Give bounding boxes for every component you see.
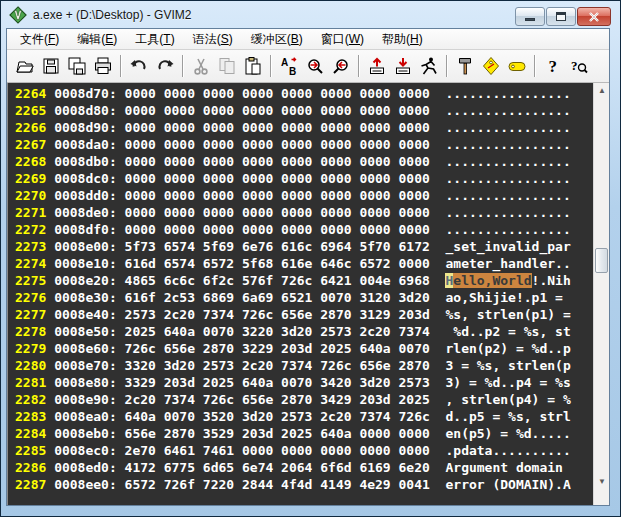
hex-row-2279[interactable]: 2279 0008e60: 726c 656e 2870 3229 203d 2… <box>15 340 593 357</box>
toolbar-separator <box>120 55 122 77</box>
copy-icon <box>217 56 237 76</box>
hex-bytes: 0008e90: 2c20 7374 726c 656e 2870 3429 2… <box>54 392 445 407</box>
ascii-text: ................ <box>445 137 570 152</box>
hex-row-2275[interactable]: 2275 0008e20: 4865 6c6c 6f2c 576f 726c 6… <box>15 272 593 289</box>
find-replace-button[interactable]: AB <box>276 53 302 79</box>
close-button[interactable] <box>577 7 611 26</box>
cut-icon <box>191 56 211 76</box>
find-next-icon <box>305 56 325 76</box>
hex-row-2267[interactable]: 2267 0008da0: 0000 0000 0000 0000 0000 0… <box>15 136 593 153</box>
help-button[interactable]: ? <box>540 53 566 79</box>
hex-row-2281[interactable]: 2281 0008e80: 3329 203d 2025 640a 0070 3… <box>15 374 593 391</box>
scroll-up-arrow-icon[interactable]: ▲ <box>594 83 610 98</box>
save-button[interactable] <box>38 53 64 79</box>
editor-area: 2264 0008d70: 0000 0000 0000 0000 0000 0… <box>7 83 609 505</box>
menu-f[interactable]: 文件(F) <box>11 29 68 50</box>
command-line: search hit BOTTOM, continuing at TOP 227… <box>8 487 593 504</box>
hex-row-2272[interactable]: 2272 0008df0: 0000 0000 0000 0000 0000 0… <box>15 221 593 238</box>
redo-icon <box>155 56 175 76</box>
print-button[interactable] <box>90 53 116 79</box>
line-number: 2277 <box>15 307 54 322</box>
line-number: 2280 <box>15 358 54 373</box>
hex-row-2271[interactable]: 2271 0008de0: 0000 0000 0000 0000 0000 0… <box>15 204 593 221</box>
line-number: 2266 <box>15 120 54 135</box>
hex-row-2264[interactable]: 2264 0008d70: 0000 0000 0000 0000 0000 0… <box>15 85 593 102</box>
open-icon <box>15 56 35 76</box>
make-button[interactable] <box>452 53 478 79</box>
paste-icon <box>243 56 263 76</box>
maximize-button[interactable] <box>546 7 576 26</box>
hex-row-2270[interactable]: 2270 0008dd0: 0000 0000 0000 0000 0000 0… <box>15 187 593 204</box>
hex-bytes: 0008ea0: 640a 0070 3520 3d20 2573 2c20 7… <box>54 409 445 424</box>
paste-button[interactable] <box>240 53 266 79</box>
hex-row-2268[interactable]: 2268 0008db0: 0000 0000 0000 0000 0000 0… <box>15 153 593 170</box>
find-next-button[interactable] <box>302 53 328 79</box>
buffer-window[interactable]: 2264 0008d70: 0000 0000 0000 0000 0000 0… <box>7 83 593 505</box>
minimize-button[interactable] <box>515 7 545 26</box>
load-session-button[interactable] <box>364 53 390 79</box>
ascii-text: 3 = %s, strlen(p <box>445 358 570 373</box>
hex-bytes: 0008e20: 4865 6c6c 6f2c 576f 726c 6421 0… <box>54 273 445 288</box>
menu-s[interactable]: 语法(S) <box>184 29 242 50</box>
hex-bytes: 0008dd0: 0000 0000 0000 0000 0000 0000 0… <box>54 188 445 203</box>
run-script-button[interactable] <box>416 53 442 79</box>
search-match: ello,World <box>453 273 531 288</box>
vertical-scrollbar[interactable]: ▲ ▼ <box>593 83 609 505</box>
menu-b[interactable]: 缓冲区(B) <box>242 29 312 50</box>
hex-bytes: 0008dc0: 0000 0000 0000 0000 0000 0000 0… <box>54 171 445 186</box>
hex-row-2278[interactable]: 2278 0008e50: 2025 640a 0070 3220 3d20 2… <box>15 323 593 340</box>
hex-dump-text[interactable]: 2264 0008d70: 0000 0000 0000 0000 0000 0… <box>8 84 593 487</box>
tag-jump-button[interactable] <box>504 53 530 79</box>
hex-bytes: 0008d80: 0000 0000 0000 0000 0000 0000 0… <box>54 103 445 118</box>
build-tags-button[interactable] <box>478 53 504 79</box>
help-icon: ? <box>543 56 563 76</box>
find-help-button[interactable]: ? <box>566 53 592 79</box>
ascii-text: ................ <box>445 120 570 135</box>
hex-row-2277[interactable]: 2277 0008e40: 2573 2c20 7374 726c 656e 2… <box>15 306 593 323</box>
toolbar-separator <box>446 55 448 77</box>
menu-e[interactable]: 编辑(E) <box>68 29 126 50</box>
menu-w[interactable]: 窗口(W) <box>312 29 373 50</box>
hex-row-2284[interactable]: 2284 0008eb0: 656e 2870 3529 203d 2025 6… <box>15 425 593 442</box>
undo-button[interactable] <box>126 53 152 79</box>
save-all-button[interactable] <box>64 53 90 79</box>
open-button[interactable] <box>12 53 38 79</box>
hex-bytes: 0008e60: 726c 656e 2870 3229 203d 2025 6… <box>54 341 445 356</box>
redo-button[interactable] <box>152 53 178 79</box>
line-number: 2272 <box>15 222 54 237</box>
maximize-icon <box>556 12 566 21</box>
hex-row-2283[interactable]: 2283 0008ea0: 640a 0070 3520 3d20 2573 2… <box>15 408 593 425</box>
vim-logo-icon[interactable] <box>9 6 27 24</box>
line-number: 2273 <box>15 239 54 254</box>
ascii-text: ................ <box>445 86 570 101</box>
scrollbar-thumb[interactable] <box>595 248 608 273</box>
ascii-text: rlen(p2) = %d..p <box>445 341 570 356</box>
load-session-icon <box>367 56 387 76</box>
menu-h[interactable]: 帮助(H) <box>373 29 432 50</box>
hex-row-2273[interactable]: 2273 0008e00: 5f73 6574 5f69 6e76 616c 6… <box>15 238 593 255</box>
hex-row-2274[interactable]: 2274 0008e10: 616d 6574 6572 5f68 616e 6… <box>15 255 593 272</box>
hex-row-2286[interactable]: 2286 0008ed0: 4172 6775 6d65 6e74 2064 6… <box>15 459 593 476</box>
save-icon <box>41 56 61 76</box>
hex-row-2266[interactable]: 2266 0008d90: 0000 0000 0000 0000 0000 0… <box>15 119 593 136</box>
find-prev-button[interactable] <box>328 53 354 79</box>
hex-bytes: 0008e80: 3329 203d 2025 640a 0070 3420 3… <box>54 375 445 390</box>
hex-row-2276[interactable]: 2276 0008e30: 616f 2c53 6869 6a69 6521 0… <box>15 289 593 306</box>
hex-row-2280[interactable]: 2280 0008e70: 3320 3d20 2573 2c20 7374 7… <box>15 357 593 374</box>
hex-row-2282[interactable]: 2282 0008e90: 2c20 7374 726c 656e 2870 3… <box>15 391 593 408</box>
toolbar-separator <box>358 55 360 77</box>
menu-t[interactable]: 工具(T) <box>126 29 183 50</box>
hex-row-2269[interactable]: 2269 0008dc0: 0000 0000 0000 0000 0000 0… <box>15 170 593 187</box>
hex-row-2265[interactable]: 2265 0008d80: 0000 0000 0000 0000 0000 0… <box>15 102 593 119</box>
scroll-down-arrow-icon[interactable]: ▼ <box>594 474 610 489</box>
ascii-text: 3) = %d..p4 = %s <box>445 375 570 390</box>
window-title: a.exe + (D:\Desktop) - GVIM2 <box>33 8 191 22</box>
hex-row-2285[interactable]: 2285 0008ec0: 2e70 6461 7461 0000 0000 0… <box>15 442 593 459</box>
hex-bytes: 0008db0: 0000 0000 0000 0000 0000 0000 0… <box>54 154 445 169</box>
ascii-text: ................ <box>445 103 570 118</box>
title-bar[interactable]: a.exe + (D:\Desktop) - GVIM2 <box>1 1 620 28</box>
save-session-button[interactable] <box>390 53 416 79</box>
ascii-text: ................ <box>445 171 570 186</box>
window-controls <box>515 7 611 26</box>
save-session-icon <box>393 56 413 76</box>
